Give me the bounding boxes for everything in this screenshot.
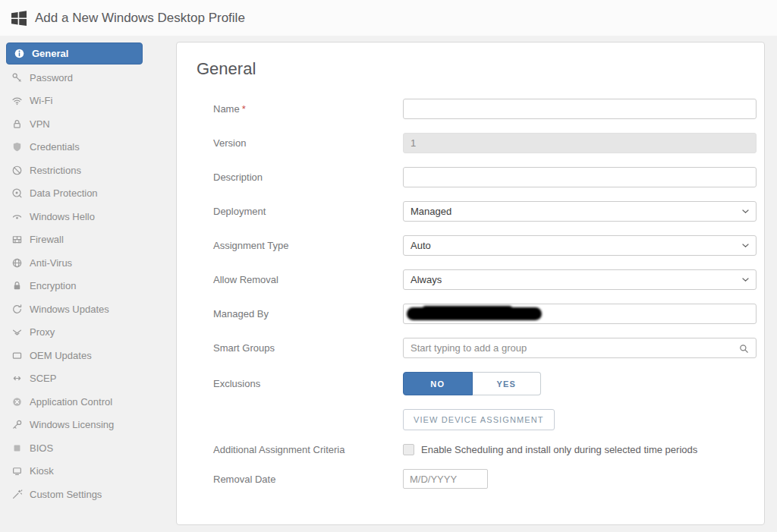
sidebar-item-label: Data Protection <box>30 187 98 199</box>
sidebar-item-custom-settings[interactable]: Custom Settings <box>0 483 176 506</box>
version-row: Version <box>197 133 764 153</box>
windows-hello-icon <box>11 211 23 222</box>
exclusions-row: Exclusions NO YES <box>197 372 764 395</box>
sidebar-item-windows-hello[interactable]: Windows Hello <box>0 205 176 228</box>
sidebar-item-firewall[interactable]: Firewall <box>0 228 176 252</box>
name-label: Name <box>213 103 240 115</box>
assignment-type-select[interactable]: Auto <box>403 235 757 256</box>
sidebar-item-general[interactable]: General <box>6 42 143 65</box>
sidebar-item-label: Proxy <box>30 326 55 338</box>
exclusions-yes-button[interactable]: YES <box>473 372 542 395</box>
smart-groups-row: Smart Groups <box>197 338 764 358</box>
sidebar-item-encryption[interactable]: Encryption <box>0 275 176 298</box>
version-input <box>403 133 757 153</box>
exclusions-toggle: NO YES <box>403 372 541 395</box>
allow-removal-label: Allow Removal <box>197 274 403 285</box>
proxy-icon <box>11 326 23 338</box>
exclusions-label: Exclusions <box>197 378 403 389</box>
description-input[interactable] <box>403 167 757 187</box>
app-control-icon <box>11 396 23 408</box>
sidebar-item-scep[interactable]: SCEP <box>0 367 176 391</box>
sidebar-item-anti-virus[interactable]: Anti-Virus <box>0 251 176 275</box>
left-right-arrow-icon <box>11 373 23 384</box>
sidebar-item-vpn[interactable]: VPN <box>0 112 176 136</box>
firewall-icon <box>11 234 23 245</box>
allow-removal-value: Always <box>411 274 442 285</box>
sidebar-item-windows-licensing[interactable]: Windows Licensing <box>0 414 176 437</box>
search-icon[interactable] <box>739 343 749 357</box>
assignment-type-value: Auto <box>411 240 431 251</box>
view-device-assignment-row: VIEW DEVICE ASSIGNMENT <box>197 409 764 430</box>
sidebar-item-password[interactable]: Password <box>0 66 176 90</box>
sidebar-item-label: Application Control <box>30 396 112 408</box>
sidebar-item-label: Kiosk <box>30 465 54 477</box>
chevron-down-icon <box>742 278 749 282</box>
sidebar-item-oem-updates[interactable]: OEM Updates <box>0 344 176 367</box>
assignment-type-label: Assignment Type <box>197 240 403 251</box>
antivirus-icon <box>11 257 23 269</box>
sidebar-item-data-protection[interactable]: Data Protection <box>0 182 176 206</box>
sidebar-item-label: VPN <box>30 118 50 130</box>
removal-date-label: Removal Date <box>197 474 403 485</box>
allow-removal-select[interactable]: Always <box>403 269 757 290</box>
ban-icon <box>11 165 23 176</box>
sidebar-item-label: OEM Updates <box>30 350 92 361</box>
custom-settings-wand-icon <box>11 489 23 500</box>
description-row: Description <box>197 167 764 187</box>
deployment-row: Deployment Managed <box>197 201 764 222</box>
name-row: Name* <box>197 99 764 119</box>
sidebar-item-label: Credentials <box>30 141 80 153</box>
sidebar-item-label: General <box>32 48 68 59</box>
sidebar-item-label: Windows Licensing <box>30 419 114 430</box>
allow-removal-row: Allow Removal Always <box>197 269 764 290</box>
removal-date-input[interactable] <box>403 469 488 489</box>
window-header: Add a New Windows Desktop Profile <box>0 0 777 36</box>
redacted-value <box>407 307 542 320</box>
description-label: Description <box>197 172 403 183</box>
exclusions-no-button[interactable]: NO <box>403 372 473 395</box>
shield-icon <box>11 141 23 153</box>
data-protection-icon <box>11 187 23 199</box>
name-input[interactable] <box>403 99 757 119</box>
deployment-select[interactable]: Managed <box>403 201 757 222</box>
deployment-label: Deployment <box>197 206 403 217</box>
sidebar-item-wifi[interactable]: Wi-Fi <box>0 90 176 113</box>
sidebar-item-bios[interactable]: BIOS <box>0 436 176 460</box>
assignment-type-row: Assignment Type Auto <box>197 235 764 256</box>
sidebar-item-proxy[interactable]: Proxy <box>0 321 176 345</box>
sidebar-item-label: Password <box>30 72 73 83</box>
enable-scheduling-checkbox[interactable] <box>403 444 414 455</box>
sidebar-item-application-control[interactable]: Application Control <box>0 390 176 414</box>
bios-chip-icon <box>11 442 23 454</box>
oem-window-icon <box>11 350 23 361</box>
profile-sections-sidebar: General Password Wi-Fi VPN Credentials <box>0 36 176 506</box>
sidebar-item-label: BIOS <box>30 442 53 454</box>
windows-logo-icon <box>11 10 27 27</box>
kiosk-monitor-icon <box>11 465 23 477</box>
sidebar-item-label: Restrictions <box>30 165 81 176</box>
additional-assignment-criteria-label: Additional Assignment Criteria <box>197 444 403 455</box>
smart-groups-input[interactable] <box>403 338 757 358</box>
required-asterisk: * <box>242 103 246 115</box>
sidebar-item-label: SCEP <box>30 373 56 384</box>
key-icon <box>11 72 23 83</box>
sidebar-item-label: Custom Settings <box>30 489 102 500</box>
sidebar-item-kiosk[interactable]: Kiosk <box>0 460 176 483</box>
sidebar-item-windows-updates[interactable]: Windows Updates <box>0 297 176 321</box>
lock-icon <box>11 118 23 130</box>
managed-by-label: Managed By <box>197 308 403 320</box>
enable-scheduling-checkbox-label: Enable Scheduling and install only durin… <box>421 444 697 455</box>
sidebar-item-credentials[interactable]: Credentials <box>0 136 176 159</box>
general-settings-panel: General Name* Version Description <box>176 42 765 525</box>
additional-assignment-criteria-row: Additional Assignment Criteria Enable Sc… <box>197 444 764 455</box>
sidebar-item-label: Wi-Fi <box>30 95 52 106</box>
sidebar-item-restrictions[interactable]: Restrictions <box>0 159 176 182</box>
managed-by-input[interactable] <box>403 304 757 324</box>
managed-by-row: Managed By <box>197 304 764 324</box>
view-device-assignment-button[interactable]: VIEW DEVICE ASSIGNMENT <box>403 409 555 430</box>
page-title: Add a New Windows Desktop Profile <box>35 11 245 26</box>
sidebar-item-label: Windows Hello <box>30 211 95 222</box>
section-title: General <box>197 59 764 79</box>
sidebar-item-label: Windows Updates <box>30 304 109 315</box>
removal-date-row: Removal Date <box>197 469 764 489</box>
